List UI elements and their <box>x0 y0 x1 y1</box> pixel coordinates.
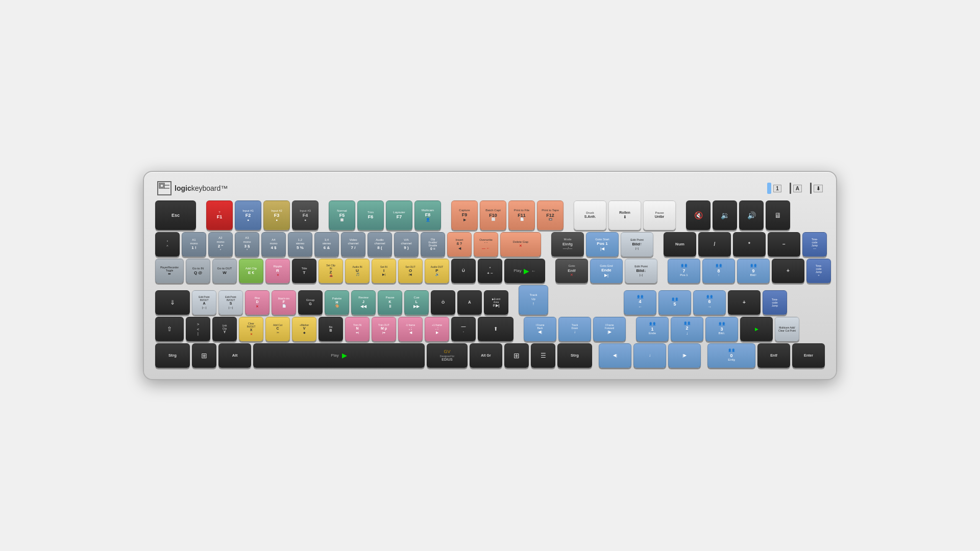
key-1[interactable]: A1 mono 1 ! <box>182 232 206 257</box>
key-f4[interactable]: Input #3 F4 ■ <box>292 201 318 230</box>
key-num4[interactable]: 👤👤 4 ← <box>624 290 656 315</box>
key-goto[interactable]: Goto Entf ✕ <box>555 259 588 283</box>
key-caps[interactable]: ⇓ <box>155 290 190 315</box>
key-w[interactable]: Go to OUT W <box>212 259 237 283</box>
key-monitor[interactable]: 🖥 <box>766 201 790 230</box>
key-c[interactable]: Add Cut C ✂ <box>265 317 290 341</box>
key-f10[interactable]: Batch Capt F10 ⬜ <box>480 201 506 230</box>
key-f8[interactable]: Multicam F8 👤 <box>414 201 441 230</box>
key-u[interactable]: Audio IN U 🎵 <box>345 259 370 283</box>
key-6[interactable]: 3,4 stereo 6 & <box>314 232 339 257</box>
key-num6[interactable]: 👤👤 6 → <box>693 290 726 315</box>
key-plus[interactable]: * + ~ <box>478 259 502 283</box>
key-edit-point-up[interactable]: Edit Point Bild↑ |↑| <box>621 232 653 257</box>
key-8[interactable]: Audio channel 8 ( <box>368 232 392 257</box>
key-mode[interactable]: Mode Einfg —-/— <box>551 232 584 257</box>
key-track-up[interactable]: Track Up ↑ <box>519 285 548 315</box>
key-num[interactable]: Num <box>664 232 696 257</box>
key-p[interactable]: Audio OUT P 🔊 <box>425 259 449 283</box>
key-f11[interactable]: Print to File F11 📄 <box>508 201 535 230</box>
key-vol-down[interactable]: 🔉 <box>713 201 737 230</box>
key-iframe-back[interactable]: I Frame Back ◀| <box>524 317 556 341</box>
key-edit-point-down[interactable]: Edit Point Bild↓ |↓| <box>625 259 657 283</box>
key-3[interactable]: A3 mono 3 § ³ <box>235 232 259 257</box>
key-f9[interactable]: Capture F9 ▶ <box>451 201 478 230</box>
key-numslash[interactable]: / <box>698 232 731 257</box>
key-altgr[interactable]: Alt Gr <box>470 343 502 368</box>
key-num3[interactable]: 👤👤 3 Bild↓ <box>705 317 738 341</box>
key-num-enter[interactable]: Enter <box>792 343 825 368</box>
key-ue[interactable]: Ü <box>451 259 476 283</box>
key-space[interactable]: Play ▶ <box>253 343 425 368</box>
key-num-entf[interactable]: Entf <box>757 343 790 368</box>
key-a[interactable]: Edit Point IN/OUT A |←| <box>192 290 216 315</box>
key-goto-start[interactable]: Goto Start Pos 1 |◀ <box>586 232 619 257</box>
key-f6[interactable]: Trim F6 <box>357 201 384 230</box>
key-f5[interactable]: Normal F5 ⬜ <box>329 201 355 230</box>
key-strg-right[interactable]: Strg <box>557 343 592 368</box>
key-menu[interactable]: ☰ <box>531 343 555 368</box>
key-arrow-right[interactable]: |▶ <box>668 343 701 368</box>
key-win-right[interactable]: ⊞ <box>504 343 529 368</box>
key-tab[interactable]: Player/Recorder Toggle ⬌ <box>155 259 184 283</box>
key-numminus[interactable]: − <box>768 232 800 257</box>
key-arrow-left[interactable]: ◀| <box>599 343 631 368</box>
key-j[interactable]: Review J ◀◀ <box>351 290 376 315</box>
key-shift-right[interactable]: ⬆ <box>478 317 513 341</box>
key-play-enter[interactable]: Play ▶ ← <box>504 259 545 283</box>
key-caret[interactable]: ° ^ <box>155 232 180 257</box>
key-accent[interactable]: Overwrite ´ ` — ← <box>474 232 498 257</box>
key-ae[interactable]: Ä <box>457 290 482 315</box>
key-goto-end[interactable]: Goto End Ende ▶| <box>590 259 623 283</box>
key-f3[interactable]: Input #2 F3 ■ <box>263 201 290 230</box>
key-rollen[interactable]: Rollen ⬇ <box>608 201 641 230</box>
key-f2[interactable]: Input #1 F2 ■ <box>235 201 261 230</box>
key-strg-left[interactable]: Strg <box>155 343 190 368</box>
key-d[interactable]: Btw D ✕ <box>245 290 270 315</box>
key-gt[interactable]: > < | <box>186 317 210 341</box>
key-f[interactable]: Match-trm F 📄 <box>272 290 296 315</box>
key-y[interactable]: Link Clip Y <box>212 317 237 341</box>
key-multicam[interactable]: Multicam Add/ Clear Cut Point <box>775 317 799 341</box>
key-track-down[interactable]: Track Down ↓ <box>558 317 591 341</box>
key-enter-num[interactable]: ▶ <box>740 317 773 341</box>
key-q[interactable]: Go to IN Q @ <box>186 259 210 283</box>
key-minus[interactable]: — - <box>451 317 476 341</box>
key-vol-up[interactable]: 🔊 <box>739 201 764 230</box>
key-num2[interactable]: 👤👤 2 ↓ <box>671 317 703 341</box>
key-2[interactable]: A2 mono 2 " ² <box>208 232 233 257</box>
key-7[interactable]: Video channel 7 / <box>341 232 365 257</box>
key-f1[interactable]: ? F1 <box>206 201 233 230</box>
key-v[interactable]: +Marker V ◆ <box>292 317 316 341</box>
key-mute[interactable]: 🔇 <box>686 201 710 230</box>
key-f7[interactable]: Layouter F7 <box>386 201 412 230</box>
key-delete-gap[interactable]: Delete Gap ✕ <box>500 232 541 257</box>
key-n[interactable]: Trim IN N ⬅| <box>345 317 370 341</box>
key-numplus-ext[interactable]: + <box>728 290 761 315</box>
key-period[interactable]: +1 frame . : ▶ <box>425 317 449 341</box>
key-num9[interactable]: 👤👤 9 Bild↑ <box>737 259 770 283</box>
key-arrow-down[interactable]: ↓ <box>633 343 666 368</box>
key-oe[interactable]: Ö <box>431 290 455 315</box>
key-m[interactable]: Trim OUT M μ |➡ <box>372 317 396 341</box>
key-num1[interactable]: 👤👤 1 Ende <box>636 317 669 341</box>
key-h[interactable]: Palette H 🎨 <box>325 290 349 315</box>
key-shift-left[interactable]: ⇧ <box>155 317 184 341</box>
key-ss[interactable]: Insert ß ? ◀ <box>447 232 472 257</box>
key-timecode-jump-mid[interactable]: Time- code Jump + <box>806 259 831 283</box>
key-k[interactable]: Pause K ⏸ <box>378 290 402 315</box>
key-g[interactable]: Group G <box>298 290 323 315</box>
key-iframe-forward[interactable]: I Frame Forward |▶ <box>593 317 626 341</box>
key-9[interactable]: V/A channel 9 ) <box>394 232 419 257</box>
key-b[interactable]: Bin B <box>318 317 343 341</box>
key-alt-left[interactable]: Alt <box>218 343 251 368</box>
key-numplus[interactable]: + <box>772 259 804 283</box>
key-num8[interactable]: 👤👤 8 ↑ <box>702 259 735 283</box>
key-0[interactable]: Clip Enable/ Disable 0 = <box>421 232 445 257</box>
key-comma[interactable]: -1 frame , ; ◀ <box>398 317 423 341</box>
key-z[interactable]: Set Clip IN Z 📥 <box>318 259 343 283</box>
key-e[interactable]: Add Clip E € <box>239 259 263 283</box>
key-o[interactable]: Set OUT O |◀ <box>398 259 423 283</box>
key-x[interactable]: Clear IN/OUT X ✕ <box>239 317 263 341</box>
key-r[interactable]: Ripple R ✕ <box>265 259 290 283</box>
